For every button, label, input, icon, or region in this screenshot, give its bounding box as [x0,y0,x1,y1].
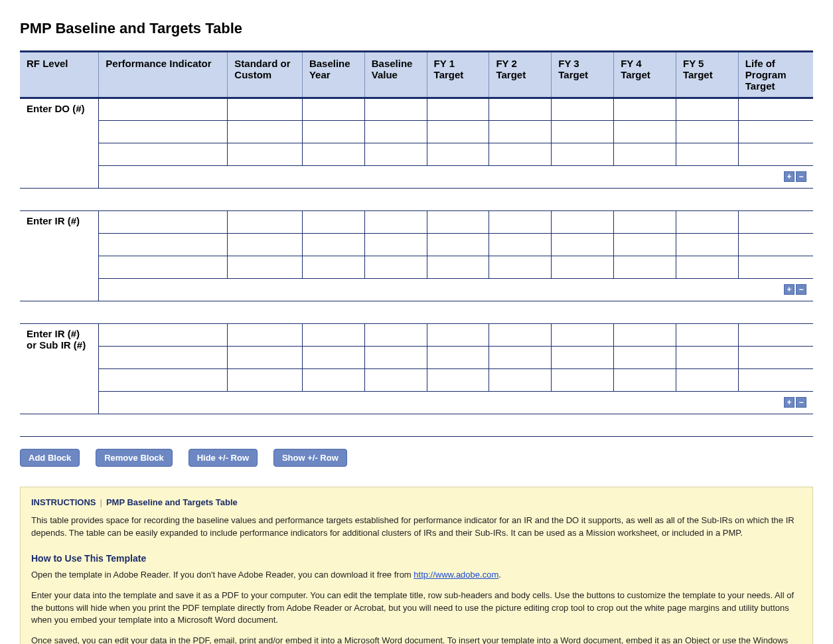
data-cell[interactable] [614,98,676,121]
data-cell[interactable] [552,98,614,121]
data-cell[interactable] [228,324,303,347]
data-cell[interactable] [364,143,427,166]
data-cell[interactable] [302,234,364,256]
data-cell[interactable] [676,234,738,256]
data-cell[interactable] [99,347,228,369]
data-cell[interactable] [302,211,364,234]
data-cell[interactable] [738,347,813,369]
data-cell[interactable] [489,324,552,347]
remove-block-button[interactable]: Remove Block [96,449,173,467]
data-cell[interactable] [552,324,614,347]
data-cell[interactable] [99,324,228,347]
data-cell[interactable] [228,211,303,234]
data-cell[interactable] [738,369,813,392]
data-cell[interactable] [427,98,489,121]
adobe-link[interactable]: http://www.adobe.com [414,570,498,580]
section-label-subir[interactable]: Enter IR (#) or Sub IR (#) [20,324,99,414]
data-cell[interactable] [676,143,738,166]
data-cell[interactable] [614,121,676,143]
data-cell[interactable] [552,256,614,279]
data-cell[interactable] [228,234,303,256]
data-cell[interactable] [99,121,228,143]
data-cell[interactable] [228,369,303,392]
data-cell[interactable] [302,324,364,347]
data-cell[interactable] [552,211,614,234]
data-cell[interactable] [302,121,364,143]
remove-row-button[interactable]: − [796,284,806,295]
hide-row-button[interactable]: Hide +/- Row [189,449,258,467]
data-cell[interactable] [489,121,552,143]
data-cell[interactable] [427,211,489,234]
data-cell[interactable] [676,211,738,234]
data-cell[interactable] [302,143,364,166]
data-cell[interactable] [228,98,303,121]
data-cell[interactable] [302,369,364,392]
data-cell[interactable] [489,256,552,279]
data-cell[interactable] [427,121,489,143]
data-cell[interactable] [676,98,738,121]
section-label-do[interactable]: Enter DO (#) [20,98,99,189]
data-cell[interactable] [99,211,228,234]
data-cell[interactable] [228,256,303,279]
data-cell[interactable] [489,234,552,256]
data-cell[interactable] [552,234,614,256]
data-cell[interactable] [738,98,813,121]
add-row-button[interactable]: + [784,171,795,182]
data-cell[interactable] [676,256,738,279]
data-cell[interactable] [364,211,427,234]
data-cell[interactable] [427,234,489,256]
data-cell[interactable] [676,347,738,369]
data-cell[interactable] [489,98,552,121]
data-cell[interactable] [489,347,552,369]
data-cell[interactable] [614,211,676,234]
data-cell[interactable] [228,143,303,166]
data-cell[interactable] [676,324,738,347]
data-cell[interactable] [676,121,738,143]
data-cell[interactable] [364,347,427,369]
section-label-ir[interactable]: Enter IR (#) [20,211,99,301]
remove-row-button[interactable]: − [796,397,806,408]
data-cell[interactable] [614,369,676,392]
data-cell[interactable] [99,234,228,256]
data-cell[interactable] [676,369,738,392]
data-cell[interactable] [614,347,676,369]
remove-row-button[interactable]: − [796,171,806,182]
data-cell[interactable] [99,98,228,121]
data-cell[interactable] [738,211,813,234]
add-block-button[interactable]: Add Block [20,449,80,467]
data-cell[interactable] [489,143,552,166]
data-cell[interactable] [738,143,813,166]
data-cell[interactable] [552,347,614,369]
data-cell[interactable] [614,143,676,166]
add-row-button[interactable]: + [784,397,795,408]
data-cell[interactable] [427,256,489,279]
data-cell[interactable] [738,256,813,279]
data-cell[interactable] [302,347,364,369]
show-row-button[interactable]: Show +/- Row [273,449,347,467]
data-cell[interactable] [427,347,489,369]
data-cell[interactable] [99,143,228,166]
data-cell[interactable] [427,143,489,166]
data-cell[interactable] [614,234,676,256]
data-cell[interactable] [364,121,427,143]
data-cell[interactable] [302,256,364,279]
data-cell[interactable] [614,256,676,279]
data-cell[interactable] [489,369,552,392]
data-cell[interactable] [364,234,427,256]
data-cell[interactable] [427,369,489,392]
add-row-button[interactable]: + [784,284,795,295]
data-cell[interactable] [99,369,228,392]
data-cell[interactable] [552,369,614,392]
data-cell[interactable] [228,347,303,369]
data-cell[interactable] [614,324,676,347]
data-cell[interactable] [302,98,364,121]
data-cell[interactable] [364,324,427,347]
data-cell[interactable] [99,256,228,279]
data-cell[interactable] [552,143,614,166]
data-cell[interactable] [228,121,303,143]
data-cell[interactable] [427,324,489,347]
data-cell[interactable] [489,211,552,234]
data-cell[interactable] [738,121,813,143]
data-cell[interactable] [364,256,427,279]
data-cell[interactable] [364,369,427,392]
